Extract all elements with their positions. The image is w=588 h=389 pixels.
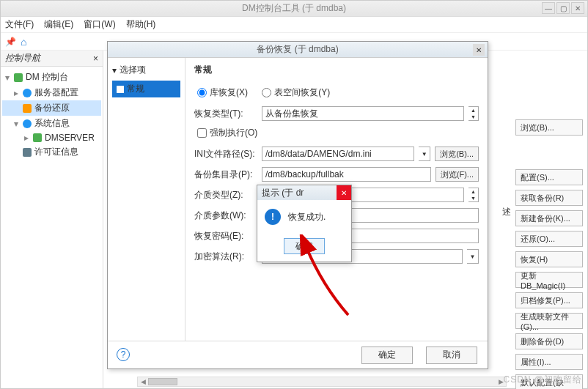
server-icon — [33, 133, 42, 142]
maximize-button[interactable]: ▢ — [556, 2, 570, 14]
license-icon — [23, 148, 32, 157]
info-circle-icon: ! — [265, 209, 281, 225]
archive-fix-button[interactable]: 归档修复(P)... — [515, 292, 583, 308]
backup-dir-field[interactable] — [262, 167, 431, 182]
tree-backup-restore[interactable]: 备份还原 — [2, 100, 101, 116]
dialog-titlebar: 备份恢复 (于 dmdba) ✕ — [108, 42, 488, 58]
dialog-close-icon[interactable]: ✕ — [473, 44, 485, 56]
menubar: 文件(F) 编辑(E) 窗口(W) 帮助(H) — [1, 17, 587, 33]
properties-button[interactable]: 属性(I)... — [515, 354, 583, 370]
dialog-ok-button[interactable]: 确定 — [361, 347, 413, 364]
help-icon[interactable]: ? — [117, 348, 130, 361]
info-icon — [23, 119, 32, 128]
gear-icon — [23, 89, 32, 97]
crypto-dropdown-icon[interactable]: ▼ — [467, 249, 479, 264]
menu-help[interactable]: 帮助(H) — [126, 18, 156, 31]
nav-close-icon[interactable]: × — [93, 53, 98, 64]
close-button[interactable]: ✕ — [571, 2, 584, 14]
tree-root[interactable]: ▾DM 控制台 — [2, 70, 101, 85]
nav-header-label: 控制导航 — [5, 52, 40, 64]
dialog-sidebar-header: ▾选择项 — [112, 64, 180, 76]
message-ok-button[interactable]: 确定 — [284, 238, 325, 254]
toolbar-pin-icon[interactable]: 📌 — [5, 37, 16, 47]
ini-browse-button[interactable]: 浏览(B)... — [435, 147, 479, 161]
recover-type-stepper[interactable]: ▲▼ — [468, 106, 479, 121]
update-magic-button[interactable]: 更新DB_Magic(I) — [515, 272, 583, 288]
scroll-thumb[interactable] — [148, 378, 177, 385]
tree-sys-info[interactable]: ▾系统信息 — [2, 116, 101, 131]
menu-edit[interactable]: 编辑(E) — [44, 18, 73, 31]
window-controls: — ▢ ✕ — [542, 2, 584, 14]
backup-dir-label: 备份集目录(P): — [194, 168, 257, 181]
gen-map-button[interactable]: 生成映射文件(G)... — [515, 313, 583, 329]
recover-type-label: 恢复类型(T): — [194, 108, 257, 120]
home-icon[interactable]: ⌂ — [21, 36, 26, 48]
delete-backup-button[interactable]: 删除备份(D) — [515, 333, 583, 349]
menu-window[interactable]: 窗口(W) — [84, 18, 115, 31]
recover-pwd-label: 恢复密码(E): — [194, 230, 257, 242]
column-desc-label: 述 — [502, 206, 511, 218]
horizontal-scrollbar[interactable]: ◀ ▶ — [137, 377, 507, 387]
media-param-label: 介质参数(W): — [194, 210, 257, 222]
dialog-title: 备份恢复 (于 dmdba) — [257, 43, 338, 56]
message-title: 提示 (于 dr — [262, 187, 304, 199]
ini-path-field[interactable] — [262, 147, 414, 161]
main-titlebar: DM控制台工具 (于 dmdba) — ▢ ✕ — [1, 1, 587, 17]
backup-browse-button[interactable]: 浏览(F)... — [436, 167, 479, 182]
scroll-left-icon[interactable]: ◀ — [138, 378, 148, 385]
config-button[interactable]: 配置(S)... — [515, 169, 583, 185]
message-text: 恢复成功. — [288, 211, 326, 223]
dialog-cancel-button[interactable]: 取消 — [426, 347, 477, 364]
tree-server-config[interactable]: ▸服务器配置 — [2, 85, 101, 100]
browse-b-button[interactable]: 浏览(B)... — [515, 119, 583, 136]
nav-header: 控制导航 × — [1, 51, 103, 67]
restore-button[interactable]: 还原(O)... — [515, 231, 583, 247]
watermark: CSDN @初吻留给 — [503, 374, 582, 386]
message-titlebar: 提示 (于 dr ✕ — [257, 185, 351, 200]
tree-dmserver[interactable]: ▸DMSERVER — [2, 131, 101, 144]
force-exec-checkbox[interactable]: 强制执行(O) — [197, 127, 257, 138]
dialog-sidebar: ▾选择项 常规 — [108, 58, 185, 341]
recover-button[interactable]: 恢复(H) — [515, 251, 583, 267]
menu-file[interactable]: 文件(F) — [5, 18, 34, 31]
backup-icon — [23, 104, 32, 113]
radio-tbs-recover[interactable]: 表空间恢复(Y) — [262, 87, 330, 97]
message-close-icon[interactable]: ✕ — [337, 185, 351, 200]
crypto-label: 加密算法(R): — [194, 251, 257, 263]
media-type-stepper[interactable]: ▲▼ — [468, 188, 479, 202]
nav-tree: ▾DM 控制台 ▸服务器配置 备份还原 ▾系统信息 ▸DMSERVER 许可证信… — [1, 67, 103, 163]
section-title: 常规 — [194, 64, 479, 76]
ini-path-label: INI文件路径(S): — [194, 148, 257, 160]
tree-license[interactable]: 许可证信息 — [2, 144, 101, 160]
ini-path-dropdown-icon[interactable]: ▼ — [419, 147, 430, 161]
get-backup-button[interactable]: 获取备份(R) — [515, 190, 583, 206]
side-button-panel: 浏览(B)... 配置(S)... 获取备份(R) 新建备份(K)... 还原(… — [515, 119, 583, 389]
media-type-label: 介质类型(Z): — [194, 189, 257, 201]
recover-type-field[interactable] — [262, 106, 464, 121]
server-icon — [14, 73, 23, 82]
recover-mode-radios: 库恢复(X) 表空间恢复(Y) — [194, 86, 479, 99]
main-title: DM控制台工具 (于 dmdba) — [242, 2, 346, 15]
minimize-button[interactable]: — — [542, 2, 555, 14]
sidebar-item-general[interactable]: 常规 — [112, 81, 180, 97]
message-dialog: 提示 (于 dr ✕ ! 恢复成功. 确定 — [257, 185, 352, 262]
page-icon — [117, 86, 124, 93]
radio-lib-recover[interactable]: 库恢复(X) — [197, 87, 248, 97]
nav-panel: 控制导航 × ▾DM 控制台 ▸服务器配置 备份还原 ▾系统信息 ▸DMSERV… — [1, 51, 103, 388]
dialog-footer: ? 确定 取消 — [108, 341, 488, 368]
new-backup-button[interactable]: 新建备份(K)... — [515, 210, 583, 226]
